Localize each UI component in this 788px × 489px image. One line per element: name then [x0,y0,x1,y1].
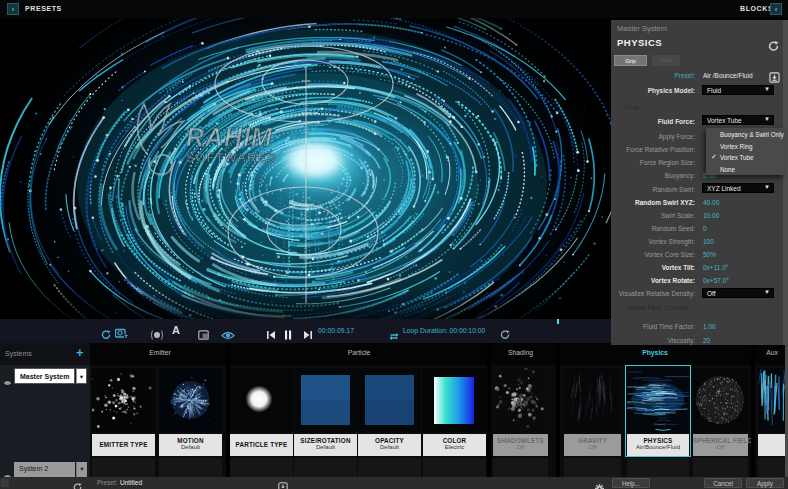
svg-text:RAHIM: RAHIM [186,123,273,151]
svg-text:SOFTWARES: SOFTWARES [186,150,276,165]
